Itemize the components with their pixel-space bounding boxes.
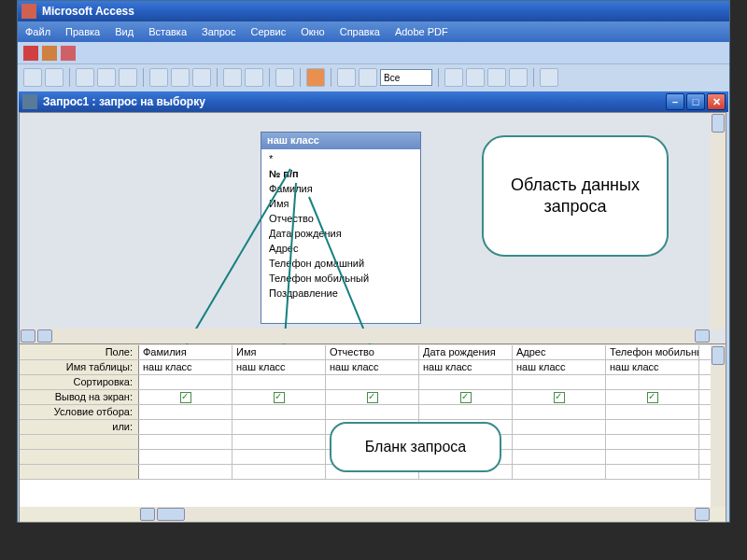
grid-cell[interactable]	[139, 465, 233, 479]
grid-cell-checkbox[interactable]	[139, 390, 233, 404]
toolbar-build-button[interactable]	[466, 68, 485, 87]
grid-cell[interactable]: наш класс	[326, 360, 419, 374]
grid-cell[interactable]: наш класс	[233, 360, 326, 374]
scrollbar-horizontal[interactable]	[139, 507, 711, 522]
grid-cell[interactable]	[139, 405, 233, 419]
toolbar-newobject-button[interactable]	[509, 68, 528, 87]
grid-cell[interactable]	[606, 375, 699, 389]
grid-cell[interactable]	[419, 405, 513, 419]
checkbox-icon[interactable]	[367, 392, 378, 403]
toolbar-properties-button[interactable]	[444, 68, 463, 87]
checkbox-icon[interactable]	[554, 392, 565, 403]
grid-cell[interactable]	[606, 420, 699, 434]
toolbar-cut-button[interactable]	[149, 68, 168, 87]
grid-cell[interactable]: наш класс	[139, 360, 233, 374]
field-item[interactable]: Адрес	[261, 241, 420, 256]
grid-cell[interactable]	[513, 375, 606, 389]
toolbar-redo-button[interactable]	[245, 68, 263, 87]
scroll-thumb[interactable]	[712, 346, 725, 365]
field-item[interactable]: *	[261, 151, 420, 166]
grid-cell[interactable]: наш класс	[513, 360, 606, 374]
toolbar-view-button[interactable]	[23, 68, 42, 87]
grid-cell[interactable]: наш класс	[606, 360, 699, 374]
menu-insert[interactable]: Вставка	[148, 26, 187, 37]
scrollbar-horizontal[interactable]	[20, 329, 711, 343]
pdf-icon-2[interactable]	[42, 46, 57, 61]
grid-cell[interactable]	[513, 435, 606, 449]
toolbar-print-button[interactable]	[76, 68, 94, 87]
toolbar-run-button[interactable]	[306, 68, 325, 87]
grid-cell[interactable]	[233, 450, 326, 464]
grid-cell[interactable]	[606, 435, 699, 449]
menu-edit[interactable]: Правка	[65, 26, 100, 37]
menu-file[interactable]: Файл	[25, 26, 50, 37]
scrollbar-vertical[interactable]	[711, 345, 726, 507]
grid-cell[interactable]	[233, 405, 326, 419]
grid-cell[interactable]: наш класс	[419, 360, 513, 374]
grid-cell[interactable]	[139, 435, 233, 449]
toolbar-undo-button[interactable]	[223, 68, 242, 87]
menu-window[interactable]: Окно	[301, 26, 325, 37]
grid-cell-checkbox[interactable]	[513, 390, 606, 404]
grid-cell[interactable]	[513, 405, 606, 419]
grid-cell-checkbox[interactable]	[233, 390, 326, 404]
query-title-bar[interactable]: Запрос1 : запрос на выборку – □ ✕	[19, 91, 728, 112]
scroll-thumb[interactable]	[712, 114, 725, 133]
field-item[interactable]: Имя	[261, 196, 420, 211]
grid-cell-checkbox[interactable]	[606, 390, 699, 404]
grid-cell[interactable]	[326, 375, 419, 389]
grid-cell[interactable]	[326, 405, 419, 419]
grid-cell-checkbox[interactable]	[326, 390, 419, 404]
grid-cell[interactable]	[513, 420, 606, 434]
scroll-thumb[interactable]	[37, 329, 52, 343]
grid-cell-checkbox[interactable]	[419, 390, 513, 404]
grid-cell[interactable]	[139, 420, 233, 434]
grid-cell[interactable]	[606, 405, 699, 419]
checkbox-icon[interactable]	[460, 392, 472, 403]
scroll-track[interactable]	[186, 507, 694, 522]
toolbar-help-button[interactable]	[540, 68, 558, 87]
grid-cell[interactable]	[233, 465, 326, 479]
toolbar-spell-button[interactable]	[119, 68, 137, 87]
menu-tools[interactable]: Сервис	[250, 26, 286, 37]
toolbar-preview-button[interactable]	[97, 68, 116, 87]
checkbox-icon[interactable]	[180, 392, 191, 403]
scroll-left-icon[interactable]	[140, 508, 155, 521]
toolbar-save-button[interactable]	[45, 68, 63, 87]
field-item[interactable]: Фамилия	[261, 181, 420, 196]
scroll-thumb[interactable]	[157, 508, 185, 521]
scrollbar-vertical[interactable]	[711, 113, 726, 329]
scroll-left-icon[interactable]	[21, 329, 35, 343]
grid-cell[interactable]	[513, 450, 606, 464]
scroll-right-icon[interactable]	[695, 329, 710, 343]
menu-help[interactable]: Справка	[340, 26, 380, 37]
field-item[interactable]: № п/п	[261, 166, 420, 181]
tables-pane[interactable]: наш класс * № п/п Фамилия Имя Отчество Д…	[20, 113, 726, 344]
field-item[interactable]: Дата рождения	[261, 226, 420, 241]
checkbox-icon[interactable]	[647, 392, 658, 403]
grid-cell[interactable]: Телефон мобильны	[606, 345, 699, 359]
grid-cell[interactable]	[419, 375, 513, 389]
field-list-title[interactable]: наш класс	[261, 133, 420, 149]
app-title-bar[interactable]: Microsoft Access	[18, 1, 729, 21]
scroll-track[interactable]	[53, 329, 694, 343]
minimize-button[interactable]: –	[666, 93, 684, 110]
toolbar-totals-button[interactable]	[359, 68, 377, 87]
grid-cell[interactable]	[233, 435, 326, 449]
pdf-icon-1[interactable]	[23, 46, 38, 61]
scroll-right-icon[interactable]	[695, 508, 710, 521]
toolbar-showtable-button[interactable]	[337, 68, 356, 87]
menu-adobe-pdf[interactable]: Adobe PDF	[395, 26, 448, 37]
grid-cell[interactable]: Имя	[233, 345, 326, 359]
grid-cell[interactable]: Адрес	[513, 345, 606, 359]
menu-query[interactable]: Запрос	[202, 26, 235, 37]
grid-cell[interactable]: Фамилия	[139, 345, 233, 359]
maximize-button[interactable]: □	[686, 93, 705, 110]
grid-cell[interactable]: Дата рождения	[419, 345, 513, 359]
toolbar-querytype-button[interactable]	[275, 68, 294, 87]
field-list-table[interactable]: наш класс * № п/п Фамилия Имя Отчество Д…	[261, 132, 421, 324]
toolbar-paste-button[interactable]	[192, 68, 211, 87]
pdf-icon-3[interactable]	[61, 46, 76, 61]
toolbar-copy-button[interactable]	[171, 68, 190, 87]
grid-cell[interactable]	[513, 465, 606, 479]
